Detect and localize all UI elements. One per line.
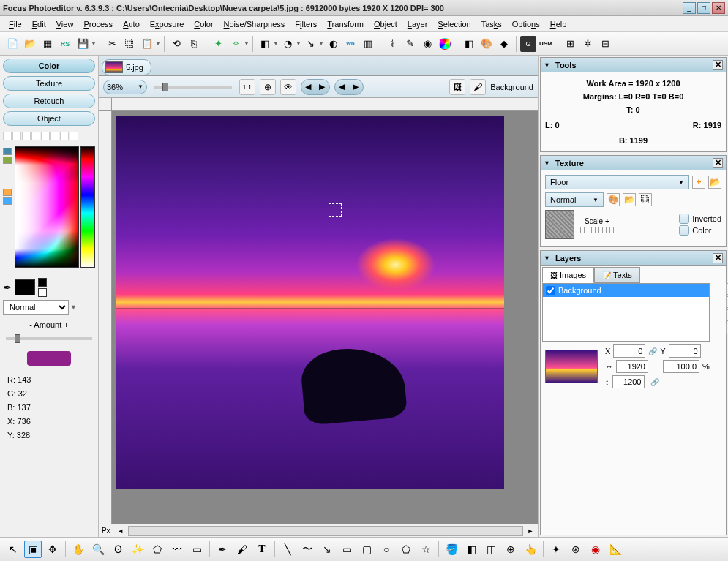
panel-close-icon[interactable]: ✕ bbox=[713, 158, 723, 168]
color-checkbox[interactable] bbox=[679, 225, 689, 236]
hand-tool-icon[interactable]: ✋ bbox=[70, 541, 87, 558]
scroll-left-icon[interactable]: ◄ bbox=[116, 527, 125, 535]
eyedropper-tool-icon[interactable]: ✒ bbox=[214, 541, 231, 558]
whitebalance-icon[interactable]: wb bbox=[342, 36, 359, 52]
ruler-horizontal[interactable] bbox=[112, 98, 538, 111]
tab-color[interactable]: Color bbox=[3, 59, 95, 73]
menu-file[interactable]: File bbox=[4, 18, 26, 30]
brush-tool-icon[interactable]: 🖌 bbox=[233, 541, 251, 558]
rect-tool-icon[interactable]: ▭ bbox=[338, 541, 356, 558]
layer-list[interactable]: Background bbox=[542, 283, 710, 342]
redeye-icon[interactable]: ◉ bbox=[419, 36, 435, 52]
tab-object[interactable]: Object bbox=[3, 111, 95, 126]
lock-aspect-icon[interactable]: 🔗 bbox=[650, 378, 659, 386]
save-icon[interactable]: 💾 bbox=[75, 36, 91, 52]
rect-select-icon[interactable]: ▭ bbox=[188, 541, 206, 558]
poly-lasso-icon[interactable]: ⬠ bbox=[149, 541, 166, 558]
panel-close-icon[interactable]: ✕ bbox=[713, 253, 723, 263]
pointer-tool-icon[interactable]: ↖ bbox=[4, 541, 22, 558]
recent-color-4[interactable] bbox=[3, 197, 12, 205]
open-icon[interactable]: 📂 bbox=[22, 36, 38, 52]
menu-color[interactable]: Color bbox=[189, 18, 217, 30]
zoom-fit-icon[interactable]: ⊕ bbox=[260, 79, 276, 95]
auto-contrast-icon[interactable]: ✧ bbox=[228, 36, 244, 52]
levels-icon[interactable]: ↘ bbox=[302, 36, 318, 52]
nav-prev-next[interactable]: ◀▶ bbox=[301, 79, 330, 95]
roundrect-tool-icon[interactable]: ▢ bbox=[358, 541, 375, 558]
cut-icon[interactable]: ✂ bbox=[104, 36, 120, 52]
recent-color-1[interactable] bbox=[3, 148, 12, 155]
menu-exposure[interactable]: Exposure bbox=[146, 18, 188, 30]
inverted-checkbox[interactable] bbox=[679, 214, 689, 224]
curve-tool-icon[interactable]: 〜 bbox=[299, 541, 316, 558]
gradient-icon[interactable]: ◧ bbox=[461, 36, 477, 52]
minimize-button[interactable]: _ bbox=[683, 2, 696, 14]
recent-color-2[interactable] bbox=[3, 157, 12, 164]
layer-background[interactable]: Background bbox=[543, 284, 709, 297]
histogram-icon[interactable]: ◧ bbox=[257, 36, 273, 52]
clone-tool-icon[interactable]: ⊕ bbox=[502, 541, 519, 558]
lasso-tool-icon[interactable]: ʘ bbox=[109, 541, 127, 558]
smudge-tool-icon[interactable]: 👆 bbox=[522, 541, 539, 558]
menu-auto[interactable]: Auto bbox=[119, 18, 144, 30]
bg-color-black[interactable] bbox=[38, 278, 47, 287]
colorize-icon[interactable]: 🎨 bbox=[479, 36, 495, 52]
menu-edit[interactable]: Edit bbox=[28, 18, 50, 30]
arrow-tool-icon[interactable]: ↘ bbox=[318, 541, 336, 558]
fit-icon[interactable]: 1:1 bbox=[239, 79, 255, 95]
freehand-select-icon[interactable]: 〰 bbox=[168, 541, 186, 558]
fill-tool-icon[interactable]: 🪣 bbox=[443, 541, 460, 558]
eraser-tool-icon[interactable]: ◫ bbox=[482, 541, 500, 558]
usm-icon[interactable]: USM bbox=[538, 36, 554, 52]
measure-tool-icon[interactable]: 📐 bbox=[607, 541, 624, 558]
clone-icon[interactable]: ⚕ bbox=[384, 36, 400, 52]
menu-noise[interactable]: Noise/Sharpness bbox=[219, 18, 290, 30]
texture-open-icon[interactable]: 📂 bbox=[623, 193, 636, 206]
collapse-icon[interactable]: ▼ bbox=[544, 61, 552, 69]
close-button[interactable]: ✕ bbox=[712, 2, 725, 14]
menu-tasks[interactable]: Tasks bbox=[477, 18, 506, 30]
scroll-right-icon[interactable]: ► bbox=[526, 527, 535, 535]
tab-images[interactable]: 🖼Images bbox=[542, 267, 594, 283]
hue-icon[interactable] bbox=[439, 38, 451, 50]
menu-options[interactable]: Options bbox=[508, 18, 544, 30]
opacity-input[interactable] bbox=[663, 360, 699, 373]
shadows-icon[interactable]: ◐ bbox=[325, 36, 341, 52]
menu-object[interactable]: Object bbox=[369, 18, 402, 30]
zoom-select[interactable]: 36%▼ bbox=[103, 80, 147, 94]
scale-slider[interactable] bbox=[580, 227, 617, 233]
tab-retouch[interactable]: Retouch bbox=[3, 94, 95, 108]
layer-w-input[interactable] bbox=[616, 360, 648, 373]
horizontal-scrollbar[interactable] bbox=[128, 526, 523, 536]
blend-mode-select[interactable]: Normal bbox=[3, 300, 69, 315]
paste-icon[interactable]: 📋 bbox=[139, 36, 155, 52]
zoom-tool-icon[interactable]: 🔍 bbox=[89, 541, 107, 558]
crop-icon[interactable]: ⎘ bbox=[186, 36, 202, 52]
menu-view[interactable]: View bbox=[52, 18, 78, 30]
resize-icon[interactable]: RS bbox=[57, 36, 73, 52]
nav-prev-next-2[interactable]: ◀▶ bbox=[334, 79, 364, 95]
maximize-button[interactable]: □ bbox=[697, 2, 710, 14]
menu-filters[interactable]: Filters bbox=[290, 18, 321, 30]
redeye-tool-icon[interactable]: ◉ bbox=[587, 541, 604, 558]
layer-y-input[interactable] bbox=[669, 344, 701, 358]
move-tool-icon[interactable]: ✥ bbox=[44, 541, 61, 558]
text-tool-icon[interactable]: T bbox=[253, 541, 271, 558]
menu-help[interactable]: Help bbox=[546, 18, 571, 30]
rotate-icon[interactable]: ⟲ bbox=[168, 36, 184, 52]
new-icon[interactable]: 📄 bbox=[4, 36, 20, 52]
grid-icon[interactable]: ⊞ bbox=[562, 36, 578, 52]
ruler-vertical[interactable] bbox=[99, 111, 112, 524]
layer-x-input[interactable] bbox=[613, 344, 645, 358]
crop-tool-icon[interactable]: ▣ bbox=[24, 541, 42, 558]
tint-icon[interactable]: ◆ bbox=[496, 36, 512, 52]
save-dropdown[interactable]: ▼ bbox=[91, 40, 96, 47]
recent-color-3[interactable] bbox=[3, 189, 12, 196]
gradient-tool-icon[interactable]: ◧ bbox=[462, 541, 480, 558]
brush-icon[interactable]: 🖌 bbox=[470, 79, 486, 95]
texture-type-select[interactable]: Floor▼ bbox=[545, 175, 689, 189]
document-tab[interactable]: 5.jpg bbox=[102, 59, 151, 75]
effects-tool-icon[interactable]: ✦ bbox=[547, 541, 565, 558]
star-tool-icon[interactable]: ☆ bbox=[417, 541, 435, 558]
collapse-icon[interactable]: ▼ bbox=[544, 255, 552, 262]
